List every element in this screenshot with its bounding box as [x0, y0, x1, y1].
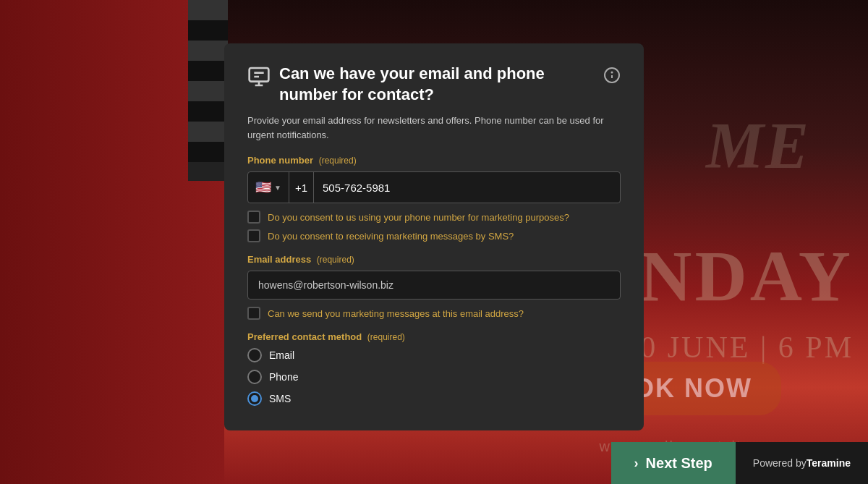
phone-label: Phone number (required) — [247, 155, 621, 166]
radio-sms-inner — [251, 395, 258, 402]
modal-title-area: Can we have your email and phone number … — [247, 64, 603, 105]
contact-icon — [247, 65, 271, 88]
next-step-button[interactable]: › Next Step — [611, 442, 736, 484]
radio-phone-label: Phone — [269, 371, 298, 383]
email-consent-row: Can we send you marketing messages at th… — [247, 307, 621, 320]
modal-subtitle: Provide your email address for newslette… — [247, 114, 621, 142]
flag-selector[interactable]: 🇺🇸 ▼ — [248, 172, 289, 203]
email-consent-checkbox[interactable] — [247, 307, 260, 320]
consent2-row: Do you consent to receiving marketing me… — [247, 229, 621, 242]
email-input[interactable] — [247, 271, 621, 300]
next-arrow-icon: › — [634, 456, 639, 471]
modal-title: Can we have your email and phone number … — [279, 64, 603, 105]
consent2-checkbox[interactable] — [247, 229, 260, 242]
brand-name: Teramine — [807, 457, 851, 469]
phone-country-code: +1 — [289, 172, 314, 203]
radio-sms-row: SMS — [247, 391, 621, 406]
email-label: Email address (required) — [247, 254, 621, 265]
consent1-row: Do you consent to us using your phone nu… — [247, 211, 621, 224]
consent2-label: Do you consent to receiving marketing me… — [268, 231, 514, 242]
radio-email-row: Email — [247, 348, 621, 362]
email-consent-label: Can we send you marketing messages at th… — [268, 308, 524, 319]
radio-email-label: Email — [269, 349, 294, 361]
radio-phone[interactable] — [247, 370, 262, 384]
radio-email[interactable] — [247, 348, 262, 362]
radio-phone-row: Phone — [247, 370, 621, 384]
svg-rect-0 — [250, 68, 269, 82]
next-step-label: Next Step — [646, 455, 712, 472]
flag-emoji: 🇺🇸 — [255, 179, 271, 195]
email-section: Email address (required) Can we send you… — [247, 254, 621, 320]
modal-overlay: Can we have your email and phone number … — [0, 0, 868, 484]
info-icon[interactable] — [603, 67, 621, 84]
bottom-bar: › Next Step Powered by Teramine — [0, 442, 868, 484]
consent1-label: Do you consent to us using your phone nu… — [268, 212, 569, 223]
flag-chevron-icon: ▼ — [274, 184, 281, 192]
radio-sms[interactable] — [247, 391, 262, 406]
modal-container: Can we have your email and phone number … — [224, 43, 644, 430]
phone-input-row: 🇺🇸 ▼ +1 — [247, 171, 621, 203]
consent1-checkbox[interactable] — [247, 211, 260, 224]
contact-method-label: Preferred contact method (required) — [247, 331, 621, 342]
phone-number-input[interactable] — [314, 172, 620, 203]
powered-by-bar: Powered by Teramine — [736, 442, 868, 484]
modal-header: Can we have your email and phone number … — [247, 64, 621, 105]
powered-by-text: Powered by — [753, 457, 807, 469]
radio-sms-label: SMS — [269, 393, 291, 404]
contact-method-section: Preferred contact method (required) Emai… — [247, 331, 621, 406]
